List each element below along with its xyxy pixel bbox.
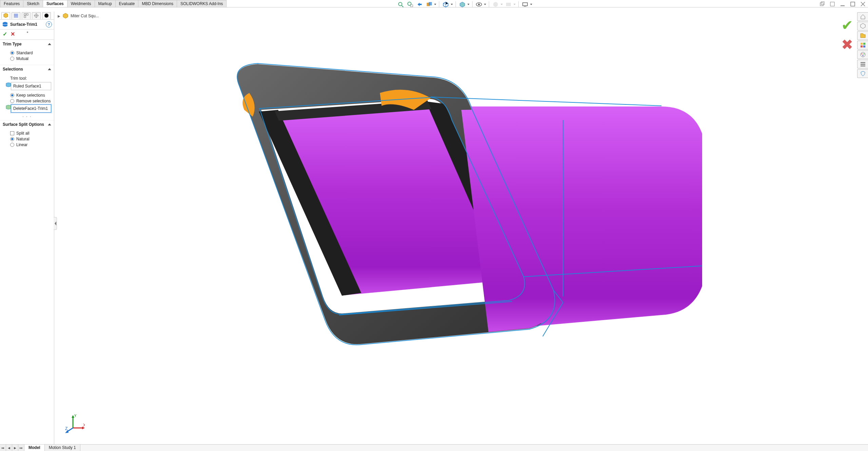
property-manager-confirm-row: ✓ ✕ — [0, 30, 54, 40]
zoom-to-fit-icon[interactable] — [397, 1, 404, 8]
radio-label: Mutual — [16, 56, 28, 61]
dropdown-caret-icon[interactable] — [451, 4, 453, 5]
dropdown-caret-icon[interactable] — [484, 4, 486, 5]
svg-point-8 — [478, 4, 480, 5]
display-manager-tab-icon[interactable] — [42, 12, 51, 19]
tab-surfaces[interactable]: Surfaces — [43, 0, 67, 7]
svg-rect-22 — [863, 43, 865, 45]
sheet-next-icon[interactable]: ▶ — [12, 445, 18, 451]
trim-tool-icon — [5, 82, 12, 88]
tab-features[interactable]: Features — [0, 0, 23, 7]
radio-natural[interactable] — [10, 137, 14, 141]
feature-manager-tab-icon[interactable] — [1, 12, 10, 19]
close-icon[interactable] — [860, 1, 866, 7]
display-style-icon[interactable] — [459, 1, 466, 8]
sheet-first-icon[interactable]: ⏮ — [0, 445, 6, 451]
panel-pin-icon[interactable] — [27, 32, 28, 33]
collapse-icon[interactable] — [48, 43, 51, 45]
confirm-cancel-button[interactable]: ✖ — [841, 36, 853, 53]
sheet-last-icon[interactable]: ⏭ — [18, 445, 24, 451]
section-view-icon[interactable] — [425, 1, 433, 8]
doc-maximize-icon[interactable] — [829, 1, 835, 7]
taskpane-home-icon[interactable] — [857, 12, 868, 21]
view-settings-icon[interactable] — [521, 1, 529, 8]
resize-grip-icon[interactable] — [3, 115, 51, 117]
trim-tool-value: Ruled Surface1 — [13, 84, 41, 89]
checkbox-split-all[interactable] — [10, 131, 14, 135]
zoom-to-area-icon[interactable] — [406, 1, 414, 8]
svg-rect-32 — [14, 14, 18, 15]
toolbar-separator — [472, 1, 472, 7]
taskpane-design-library-icon[interactable] — [857, 31, 868, 40]
tab-motion-study-1[interactable]: Motion Study 1 — [45, 445, 80, 451]
sheet-nav: ⏮ ◀ ▶ ⏭ — [0, 445, 24, 451]
dropdown-caret-icon[interactable] — [434, 4, 436, 5]
breadcrumb-expand-icon[interactable]: ▶ — [58, 14, 60, 18]
section-selections-header[interactable]: Selections — [0, 65, 54, 73]
tab-weldments[interactable]: Weldments — [67, 0, 95, 7]
edit-appearance-icon[interactable] — [492, 1, 499, 8]
svg-point-28 — [862, 55, 863, 56]
dimxpert-manager-tab-icon[interactable] — [32, 12, 41, 19]
taskpane-custom-props-icon[interactable] — [857, 69, 868, 78]
svg-point-26 — [861, 54, 862, 55]
doc-restore-icon[interactable] — [819, 1, 825, 7]
svg-rect-34 — [14, 17, 18, 17]
radio-mutual[interactable] — [10, 57, 14, 61]
collapse-icon[interactable] — [48, 123, 51, 125]
svg-rect-15 — [821, 2, 824, 5]
view-orientation-icon[interactable] — [442, 1, 449, 8]
bottom-tab-bar: ⏮ ◀ ▶ ⏭ Model Motion Study 1 — [0, 444, 868, 451]
dropdown-caret-icon[interactable] — [514, 4, 516, 5]
property-manager-title: Surface-Trim1 — [10, 22, 44, 27]
radio-standard[interactable] — [10, 51, 14, 55]
radio-label: Natural — [16, 137, 30, 141]
dropdown-caret-icon[interactable] — [467, 4, 469, 5]
pm-cancel-button[interactable]: ✕ — [11, 31, 15, 37]
radio-remove-selections[interactable] — [10, 99, 14, 103]
surface-trim-icon — [2, 21, 8, 27]
svg-point-9 — [493, 2, 498, 7]
collapse-icon[interactable] — [48, 68, 51, 70]
tab-sketch[interactable]: Sketch — [23, 0, 43, 7]
toolbar-separator — [489, 1, 489, 7]
minimize-icon[interactable] — [840, 1, 846, 7]
configuration-manager-tab-icon[interactable] — [22, 12, 31, 19]
pm-ok-button[interactable]: ✓ — [3, 31, 7, 37]
breadcrumb-part-name[interactable]: Miter Cut Squ... — [71, 14, 99, 18]
property-manager-header: Surface-Trim1 ? — [0, 20, 54, 30]
radio-linear[interactable] — [10, 143, 14, 147]
maximize-icon[interactable] — [850, 1, 856, 7]
tab-model[interactable]: Model — [24, 445, 45, 451]
orientation-triad[interactable]: Y X Z — [64, 414, 85, 435]
taskpane-appearances-icon[interactable] — [857, 60, 868, 68]
radio-label: Keep selections — [16, 93, 45, 98]
previous-view-icon[interactable] — [416, 1, 423, 8]
apply-scene-icon[interactable] — [505, 1, 512, 8]
section-trim-type-header[interactable]: Trim Type — [0, 40, 54, 48]
taskpane-resources-icon[interactable] — [857, 22, 868, 31]
help-button[interactable]: ? — [46, 21, 52, 27]
dropdown-caret-icon[interactable] — [530, 4, 532, 5]
taskpane-file-explorer-icon[interactable] — [857, 41, 868, 50]
svg-rect-23 — [861, 45, 863, 47]
tab-markup[interactable]: Markup — [95, 0, 116, 7]
dropdown-caret-icon[interactable] — [501, 4, 503, 5]
section-split-options-header[interactable]: Surface Split Options — [0, 120, 54, 129]
svg-text:Z: Z — [65, 426, 67, 431]
property-manager-tab-icon[interactable] — [12, 12, 20, 19]
graphics-area[interactable] — [54, 8, 857, 444]
hide-show-items-icon[interactable] — [475, 1, 483, 8]
panel-collapse-handle[interactable] — [54, 217, 57, 230]
toolbar-separator — [456, 1, 456, 7]
tab-mbd-dimensions[interactable]: MBD Dimensions — [138, 0, 177, 7]
radio-keep-selections[interactable] — [10, 93, 14, 97]
tab-evaluate[interactable]: Evaluate — [116, 0, 139, 7]
tab-solidworks-addins[interactable]: SOLIDWORKS Add-Ins — [177, 0, 227, 7]
trim-tool-selection-box[interactable]: Ruled Surface1 — [11, 82, 51, 90]
confirm-ok-button[interactable]: ✔ — [841, 17, 853, 34]
svg-text:Y: Y — [74, 414, 77, 418]
sheet-prev-icon[interactable]: ◀ — [6, 445, 12, 451]
taskpane-view-palette-icon[interactable] — [857, 50, 868, 59]
pieces-selection-box[interactable]: DeleteFace1-Trim1 — [11, 104, 51, 113]
